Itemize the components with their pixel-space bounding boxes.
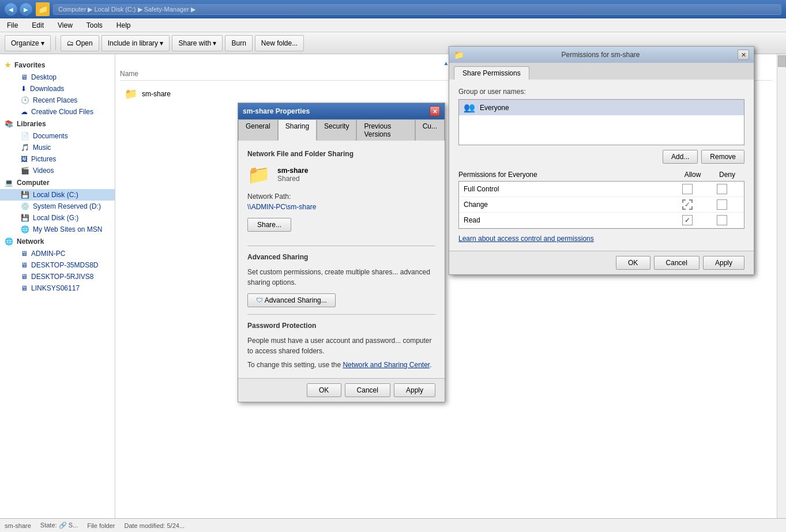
menu-view[interactable]: View	[55, 20, 75, 31]
sidebar-favorites-header[interactable]: ★ Favorites	[0, 59, 115, 71]
learn-link[interactable]: Learn about access control and permissio…	[458, 235, 744, 243]
star-icon: ★	[5, 61, 11, 69]
cc-icon: ☁	[21, 108, 28, 116]
remove-button[interactable]: Remove	[701, 150, 744, 164]
breadcrumb[interactable]: Computer ▶ Local Disk (C:) ▶ Safety-Mana…	[53, 4, 781, 15]
sidebar-item-msn[interactable]: 🌐 My Web Sites on MSN	[0, 224, 115, 235]
sidebar-item-local-disk-c[interactable]: 💾 Local Disk (C:)	[0, 189, 115, 201]
tab-security[interactable]: Security	[317, 119, 356, 141]
drive-c-icon: 💾	[21, 191, 29, 199]
scrollbar[interactable]	[777, 54, 786, 518]
permissions-ok-button[interactable]: OK	[616, 256, 650, 270]
videos-icon: 🎬	[21, 167, 29, 175]
permissions-title-bar[interactable]: 📁 Permissions for sm-share ✕	[449, 47, 754, 63]
menu-edit[interactable]: Edit	[29, 20, 46, 31]
full-control-deny-col	[705, 184, 739, 194]
properties-ok-button[interactable]: OK	[307, 383, 341, 397]
open-button[interactable]: 🗂 Open	[61, 35, 99, 51]
network-icon: 🌐	[5, 237, 13, 246]
advanced-desc: Set custom permissions, create multiple …	[247, 267, 435, 288]
sidebar-item-desktop-35[interactable]: 🖥 DESKTOP-35MDS8D	[0, 259, 115, 271]
sidebar-item-creative-cloud[interactable]: ☁ Creative Cloud Files	[0, 106, 115, 118]
sidebar-item-pictures[interactable]: 🖼 Pictures	[0, 153, 115, 165]
full-control-deny-checkbox[interactable]	[717, 184, 727, 194]
forward-button[interactable]: ▶	[20, 3, 32, 16]
sidebar-libraries-header[interactable]: 📚 Libraries	[0, 118, 115, 130]
new-folder-button[interactable]: New folde...	[255, 35, 304, 51]
computer-label: Computer	[17, 179, 50, 187]
perm-add-remove-buttons: Add... Remove	[458, 150, 744, 164]
group-user-label: Group or user names:	[458, 88, 744, 96]
network-label: Network	[17, 237, 44, 246]
add-button[interactable]: Add...	[663, 150, 698, 164]
password-desc: People must have a user account and pass…	[247, 335, 435, 356]
tab-previous-versions[interactable]: Previous Versions	[356, 119, 415, 141]
change-allow-checkbox[interactable]: ✓	[682, 199, 693, 210]
tab-general[interactable]: General	[238, 119, 278, 141]
properties-dialog-close[interactable]: ✕	[430, 106, 440, 116]
drive-d-icon: 💿	[21, 202, 29, 210]
permissions-close-button[interactable]: ✕	[738, 50, 749, 60]
read-allow-checkbox[interactable]: ✓	[682, 215, 693, 225]
permissions-apply-button[interactable]: Apply	[703, 256, 744, 270]
advanced-sharing-label: Advanced Sharing...	[265, 296, 327, 304]
user-everyone[interactable]: 👥 Everyone	[459, 100, 744, 115]
status-type: File folder	[87, 522, 115, 529]
change-deny-col	[705, 199, 739, 210]
network-path-value: \\ADMIN-PC\sm-share	[247, 203, 435, 211]
menu-tools[interactable]: Tools	[84, 20, 105, 31]
permissions-tab-bar: Share Permissions	[449, 63, 754, 80]
sidebar: ★ Favorites 🖥 Desktop ⬇ Downloads 🕒 Rece…	[0, 54, 115, 518]
organize-button[interactable]: Organize ▾	[5, 35, 51, 51]
sidebar-item-music[interactable]: 🎵 Music	[0, 142, 115, 153]
sidebar-item-videos[interactable]: 🎬 Videos	[0, 165, 115, 176]
toolbar-separator	[55, 36, 56, 50]
section1-title: Network File and Folder Sharing	[247, 150, 435, 158]
include-in-library-button[interactable]: Include in library ▾	[101, 35, 170, 51]
back-button[interactable]: ◀	[5, 3, 17, 16]
permissions-folder-icon: 📁	[454, 50, 464, 59]
menu-file[interactable]: File	[5, 20, 20, 31]
permissions-tab-share[interactable]: Share Permissions	[454, 66, 529, 80]
user-list-box: 👥 Everyone	[458, 99, 744, 145]
tab-customize[interactable]: Cu...	[415, 119, 445, 141]
libraries-label: Libraries	[17, 120, 46, 128]
shield-icon: 🛡	[256, 296, 263, 304]
burn-button[interactable]: Burn	[225, 35, 252, 51]
col-deny-header: Deny	[710, 171, 744, 179]
permissions-cancel-button[interactable]: Cancel	[654, 256, 699, 270]
sidebar-item-system-reserved[interactable]: 💿 System Reserved (D:)	[0, 201, 115, 212]
sidebar-item-local-disk-g[interactable]: 💾 Local Disk (G:)	[0, 212, 115, 224]
everyone-icon: 👥	[464, 102, 475, 113]
full-control-label: Full Control	[464, 185, 670, 193]
downloads-icon: ⬇	[21, 85, 27, 93]
recent-icon: 🕒	[21, 96, 29, 104]
change-deny-checkbox[interactable]	[717, 199, 727, 210]
properties-cancel-button[interactable]: Cancel	[345, 383, 390, 397]
section3-title: Password Protection	[247, 322, 435, 330]
permissions-section: Permissions for Everyone Allow Deny Full…	[458, 171, 744, 229]
sidebar-computer-header[interactable]: 💻 Computer	[0, 176, 115, 189]
sidebar-item-desktop[interactable]: 🖥 Desktop	[0, 71, 115, 83]
sidebar-item-linksys[interactable]: 🖥 LINKSYS06117	[0, 282, 115, 294]
advanced-sharing-button[interactable]: 🛡 Advanced Sharing...	[247, 293, 336, 307]
share-button[interactable]: Share...	[247, 218, 291, 232]
full-control-allow-checkbox[interactable]	[682, 184, 693, 194]
sidebar-item-desktop-5r[interactable]: 🖥 DESKTOP-5RJIVS8	[0, 271, 115, 282]
sidebar-network-header[interactable]: 🌐 Network	[0, 235, 115, 248]
properties-dialog-titlebar[interactable]: sm-share Properties ✕	[238, 103, 445, 119]
read-deny-checkbox[interactable]	[717, 215, 727, 225]
sidebar-item-downloads[interactable]: ⬇ Downloads	[0, 83, 115, 95]
scrollbar-thumb[interactable]	[778, 55, 786, 67]
share-with-button[interactable]: Share with ▾	[172, 35, 223, 51]
share-name: sm-share	[277, 167, 308, 175]
sidebar-item-recent[interactable]: 🕒 Recent Places	[0, 95, 115, 106]
sidebar-item-documents[interactable]: 📄 Documents	[0, 130, 115, 142]
network-sharing-center-link[interactable]: Network and Sharing Center	[343, 361, 430, 369]
properties-apply-button[interactable]: Apply	[394, 383, 435, 397]
tab-sharing[interactable]: Sharing	[278, 119, 317, 141]
sidebar-item-admin-pc[interactable]: 🖥 ADMIN-PC	[0, 248, 115, 259]
change-allow-col: ✓	[670, 199, 705, 210]
menu-help[interactable]: Help	[114, 20, 133, 31]
admin-pc-icon: 🖥	[21, 250, 28, 258]
